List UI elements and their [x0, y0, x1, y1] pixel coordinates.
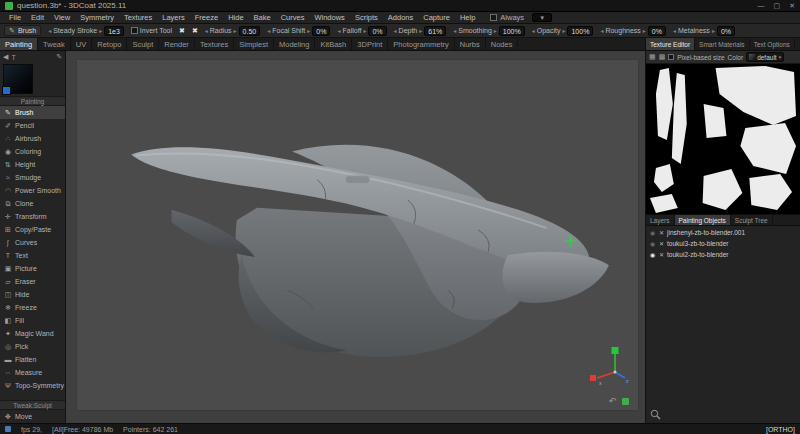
tool-item[interactable]: ◫ Hide: [0, 288, 65, 301]
tool-item[interactable]: ⧉ Clone: [0, 197, 65, 210]
layers-tab[interactable]: Painting Objects: [675, 215, 731, 225]
decrement-arrow-icon[interactable]: ◂: [267, 27, 270, 34]
tool-item[interactable]: ✐ Pencil: [0, 119, 65, 132]
tool-item[interactable]: ▣ Picture: [0, 262, 65, 275]
decrement-arrow-icon[interactable]: ◂: [394, 27, 397, 34]
menu-item[interactable]: Help: [455, 13, 480, 22]
pixel-based-checkbox[interactable]: [668, 54, 674, 60]
decrement-arrow-icon[interactable]: ◂: [453, 27, 456, 34]
snapshot-icon[interactable]: [622, 398, 629, 405]
object-row[interactable]: ◉ ✕ toukui3-zb-to-blender: [646, 238, 800, 249]
tool-item[interactable]: T Text: [0, 249, 65, 262]
axis-gizmo[interactable]: x z: [585, 345, 631, 387]
increment-arrow-icon[interactable]: ▸: [494, 27, 497, 34]
invert-tool-checkbox[interactable]: [131, 27, 138, 34]
menu-item[interactable]: Hide: [223, 13, 248, 22]
right-panel-tab[interactable]: Smart Materials: [695, 38, 750, 50]
sidebar-bottom-section-header[interactable]: Tweak:Sculpt: [0, 400, 65, 410]
menu-item[interactable]: Freeze: [190, 13, 223, 22]
close-button[interactable]: ✕: [789, 2, 795, 10]
invert-tool-option[interactable]: Invert Tool: [131, 27, 172, 34]
workspace-tab[interactable]: Nurbs: [455, 38, 486, 50]
color-picker-swatch[interactable]: [3, 64, 33, 94]
increment-arrow-icon[interactable]: ▸: [712, 27, 715, 34]
tool-item[interactable]: Ψ Topo-Symmetry: [0, 379, 65, 392]
menu-item[interactable]: Windows: [309, 13, 349, 22]
increment-arrow-icon[interactable]: ▸: [643, 27, 646, 34]
visibility-eye-icon[interactable]: ◉: [649, 229, 656, 236]
workspace-tab[interactable]: Textures: [195, 38, 234, 50]
texture-editor-preview[interactable]: [646, 64, 800, 214]
workspace-tab[interactable]: KitBash: [315, 38, 352, 50]
steady-stroke-control[interactable]: ◂ Steady Stroke ▸ 1e3: [48, 26, 124, 36]
maximize-button[interactable]: ▢: [774, 2, 781, 10]
slider-value[interactable]: 0%: [648, 26, 666, 36]
slider-value[interactable]: 0%: [368, 26, 386, 36]
secondary-color-chip[interactable]: [2, 86, 11, 95]
slider-value[interactable]: 0%: [717, 26, 735, 36]
tool-item[interactable]: ⇔ Measure: [0, 366, 65, 379]
toolbar-slider[interactable]: ◂ Focal Shift ▸ 0%: [267, 26, 330, 36]
decrement-arrow-icon[interactable]: ◂: [532, 27, 535, 34]
tool-item[interactable]: ≈ Smudge: [0, 171, 65, 184]
viewport[interactable]: x z ↶: [66, 51, 645, 423]
menu-dropdown-button[interactable]: ▼: [532, 13, 552, 22]
sidebar-section-header[interactable]: Painting: [0, 96, 65, 106]
decrement-arrow-icon[interactable]: ◂: [337, 27, 340, 34]
delete-x-icon[interactable]: ✕: [659, 251, 664, 258]
delete-x-icon[interactable]: ✕: [659, 229, 664, 236]
increment-arrow-icon[interactable]: ▸: [419, 27, 422, 34]
workspace-tab[interactable]: 3DPrint: [352, 38, 388, 50]
always-checkbox[interactable]: [490, 14, 497, 21]
slider-value[interactable]: 0%: [312, 26, 330, 36]
tool-item[interactable]: ❄ Freeze: [0, 301, 65, 314]
minimize-button[interactable]: —: [758, 2, 765, 10]
search-icon[interactable]: [650, 409, 661, 420]
decrement-arrow-icon[interactable]: ◂: [205, 27, 208, 34]
toolbar-slider[interactable]: ◂ Opacity ▸ 100%: [532, 26, 594, 36]
tile-view-icon[interactable]: ▩: [659, 53, 666, 61]
toolbar-slider[interactable]: ◂ Roughness ▸ 0%: [600, 26, 666, 36]
tool-item[interactable]: ▱ Eraser: [0, 275, 65, 288]
menu-item[interactable]: Layers: [157, 13, 190, 22]
workspace-tab[interactable]: Retopo: [92, 38, 127, 50]
workspace-tab[interactable]: Simplest: [234, 38, 274, 50]
toolbar-slider[interactable]: ◂ Metalness ▸ 0%: [673, 26, 735, 36]
clear-x-icon[interactable]: ✖: [179, 27, 185, 35]
tool-item[interactable]: ✛ Transform: [0, 210, 65, 223]
menu-item[interactable]: File: [4, 13, 26, 22]
slider-value[interactable]: 61%: [424, 26, 446, 36]
increment-arrow-icon[interactable]: ▸: [363, 27, 366, 34]
menu-item[interactable]: View: [49, 13, 75, 22]
menu-item[interactable]: Capture: [418, 13, 455, 22]
layers-tab[interactable]: Layers: [646, 215, 675, 225]
tool-item[interactable]: ◎ Pick: [0, 340, 65, 353]
toolbar-slider[interactable]: ◂ Depth ▸ 61%: [394, 26, 447, 36]
workspace-tab[interactable]: Nodes: [486, 38, 519, 50]
tool-item[interactable]: ✥ Move: [0, 410, 65, 423]
right-panel-tab[interactable]: Texture Editor: [646, 38, 695, 50]
right-panel-tab[interactable]: Text Options: [750, 38, 795, 50]
undo-icon[interactable]: ↶: [608, 397, 616, 406]
visibility-eye-icon[interactable]: ◉: [649, 240, 656, 247]
tool-item[interactable]: ◠ Power Smooth: [0, 184, 65, 197]
toolbar-slider[interactable]: ◂ Smoothing ▸ 100%: [453, 26, 524, 36]
workspace-tab[interactable]: Render: [159, 38, 195, 50]
menu-item[interactable]: Curves: [276, 13, 310, 22]
steady-stroke-value[interactable]: 1e3: [104, 26, 124, 36]
menu-item[interactable]: Symmetry: [75, 13, 119, 22]
object-row[interactable]: ◉ ✕ toukui2-zb-to-blender: [646, 249, 800, 260]
color-dropdown[interactable]: default ▾: [746, 52, 784, 62]
decrement-arrow-icon[interactable]: ◂: [673, 27, 676, 34]
layers-tab[interactable]: Sculpt Tree: [731, 215, 773, 225]
menu-item[interactable]: Edit: [26, 13, 49, 22]
workspace-tab[interactable]: Sculpt: [127, 38, 159, 50]
tool-item[interactable]: ⊞ Copy/Paste: [0, 223, 65, 236]
slider-value[interactable]: 100%: [567, 26, 593, 36]
increment-arrow-icon[interactable]: ▸: [234, 27, 237, 34]
pen-icon[interactable]: ✎: [56, 53, 62, 61]
tool-item[interactable]: ◉ Coloring: [0, 145, 65, 158]
brush-preset-button[interactable]: ✎ Brush: [4, 25, 41, 36]
slider-value[interactable]: 0.50: [239, 26, 261, 36]
grid-view-icon[interactable]: ▦: [649, 53, 656, 61]
